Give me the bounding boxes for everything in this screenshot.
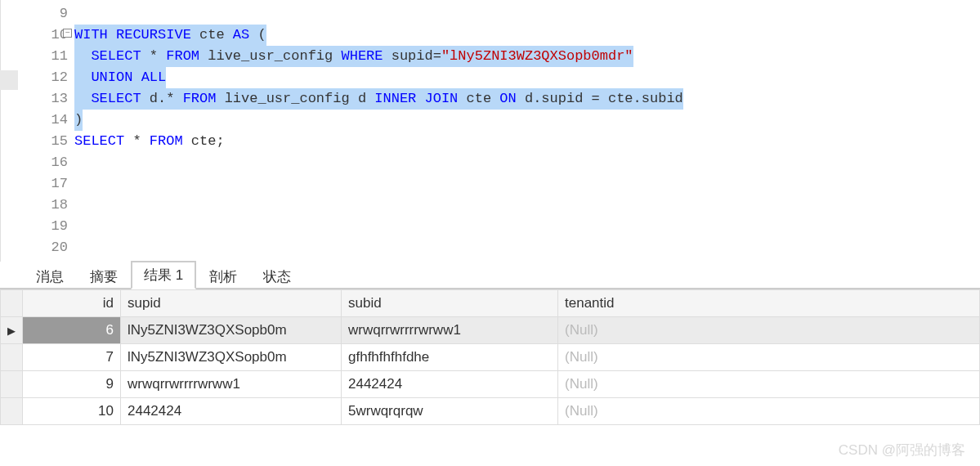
code-line[interactable]: [74, 3, 980, 25]
code-line[interactable]: SELECT * FROM live_usr_config WHERE supi…: [74, 46, 980, 67]
code-line[interactable]: [74, 216, 980, 237]
cell[interactable]: (Null): [558, 398, 980, 425]
cell[interactable]: (Null): [558, 317, 980, 344]
row-indicator[interactable]: [1, 371, 23, 398]
table-row[interactable]: 1024424245wrwqrqrqw(Null): [1, 398, 980, 425]
line-number-gutter: 91011121314151617181920: [1, 0, 74, 262]
line-number: 16: [1, 152, 68, 173]
cell[interactable]: 7: [23, 344, 121, 371]
cell[interactable]: lNy5ZNI3WZ3QXSopb0m: [121, 317, 342, 344]
cell[interactable]: 9: [23, 371, 121, 398]
line-number: 17: [1, 173, 68, 195]
grid-header-row: idsupidsubidtenantid: [1, 290, 980, 317]
column-header-tenantid[interactable]: tenantid: [558, 290, 980, 317]
cell[interactable]: 2442424: [121, 398, 342, 425]
table-row[interactable]: 7lNy5ZNI3WZ3QXSopb0mgfhfhfhfhfdhe(Null): [1, 344, 980, 371]
cell[interactable]: 5wrwqrqrqw: [342, 398, 558, 425]
line-number: 13: [1, 88, 68, 110]
line-number: 18: [1, 195, 68, 216]
cell[interactable]: gfhfhfhfhfdhe: [342, 344, 558, 371]
watermark: CSDN @阿强的博客: [839, 441, 965, 459]
column-header-subid[interactable]: subid: [342, 290, 558, 317]
tab-4[interactable]: 状态: [250, 262, 304, 289]
results-grid[interactable]: idsupidsubidtenantid▶6lNy5ZNI3WZ3QXSopb0…: [0, 289, 980, 425]
row-indicator[interactable]: [1, 344, 23, 371]
sql-editor[interactable]: 91011121314151617181920 − WITH RECURSIVE…: [0, 0, 980, 262]
cell[interactable]: 2442424: [342, 371, 558, 398]
line-number: 19: [1, 216, 68, 237]
fold-marker-icon[interactable]: −: [63, 29, 72, 38]
line-number: 14: [1, 110, 68, 131]
row-indicator[interactable]: [1, 398, 23, 425]
tab-3[interactable]: 剖析: [196, 262, 250, 289]
tab-0[interactable]: 消息: [23, 262, 77, 289]
line-number: 15: [1, 131, 68, 152]
cell[interactable]: wrwqrrwrrrrwrww1: [342, 317, 558, 344]
table-row[interactable]: 9wrwqrrwrrrrwrww12442424(Null): [1, 371, 980, 398]
cell[interactable]: 6: [23, 317, 121, 344]
line-number: 10: [1, 25, 68, 46]
line-number: 9: [1, 3, 68, 25]
code-line[interactable]: ): [74, 110, 980, 131]
code-line[interactable]: WITH RECURSIVE cte AS (: [74, 25, 980, 46]
tab-1[interactable]: 摘要: [77, 262, 131, 289]
cell[interactable]: (Null): [558, 371, 980, 398]
code-line[interactable]: [74, 195, 980, 216]
code-line[interactable]: [74, 173, 980, 195]
cell[interactable]: wrwqrrwrrrrwrww1: [121, 371, 342, 398]
tab-2[interactable]: 结果 1: [131, 261, 196, 289]
row-indicator-header: [1, 290, 23, 317]
table-row[interactable]: ▶6lNy5ZNI3WZ3QXSopb0mwrwqrrwrrrrwrww1(Nu…: [1, 317, 980, 344]
code-line[interactable]: SELECT d.* FROM live_usr_config d INNER …: [74, 88, 980, 110]
code-line[interactable]: UNION ALL: [74, 67, 980, 88]
cell[interactable]: 10: [23, 398, 121, 425]
cell[interactable]: (Null): [558, 344, 980, 371]
column-header-supid[interactable]: supid: [121, 290, 342, 317]
code-line[interactable]: [74, 237, 980, 258]
result-tabs: 消息摘要结果 1剖析状态: [0, 263, 980, 289]
cell[interactable]: lNy5ZNI3WZ3QXSopb0m: [121, 344, 342, 371]
column-header-id[interactable]: id: [23, 290, 121, 317]
code-line[interactable]: [74, 152, 980, 173]
code-line[interactable]: SELECT * FROM cte;: [74, 131, 980, 152]
row-indicator[interactable]: ▶: [1, 317, 23, 344]
line-number: 20: [1, 237, 68, 258]
line-number: 11: [1, 46, 68, 67]
code-area[interactable]: − WITH RECURSIVE cte AS ( SELECT * FROM …: [74, 0, 980, 262]
side-sliver: [0, 70, 18, 90]
